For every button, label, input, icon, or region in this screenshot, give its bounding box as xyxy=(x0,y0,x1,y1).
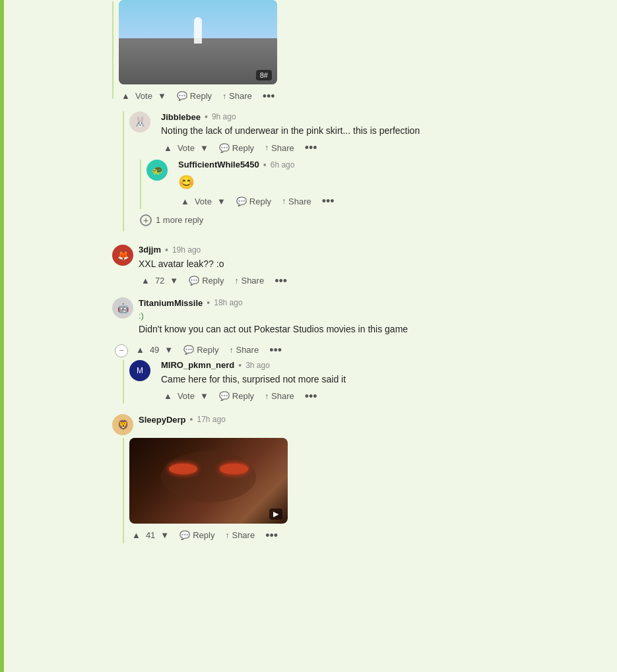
username-miro: MIRO_pkmn_nerd xyxy=(161,360,234,370)
more-replies-expand-icon: + xyxy=(140,214,152,226)
comment-text-jibblebee: Noting the lack of underwear in the pink… xyxy=(161,125,597,138)
upvote-sufficient[interactable]: ▲ xyxy=(178,195,192,208)
reply-sufficient[interactable]: 💬 Reply xyxy=(234,195,274,208)
vote-label: Vote xyxy=(135,91,152,101)
username-titanium: TitaniumMissile xyxy=(139,298,203,308)
timestamp-miro: 3h ago xyxy=(245,361,270,370)
downvote-titanium[interactable]: ▼ xyxy=(162,344,176,356)
timestamp-jibblebee: 9h ago xyxy=(212,112,236,121)
reply-miro[interactable]: 💬 Reply xyxy=(216,390,257,402)
avatar-titanium: 🤖 xyxy=(112,297,133,319)
reply-button[interactable]: 💬 Reply xyxy=(174,90,214,102)
share-titanium[interactable]: ↑ Share xyxy=(226,344,261,356)
timestamp-3djjm: 19h ago xyxy=(172,245,201,255)
upvote-jibblebee[interactable]: ▲ xyxy=(161,142,175,154)
timestamp-sleepyderp: 17h ago xyxy=(197,415,225,424)
vote-count-3djjm: 72 xyxy=(155,276,164,286)
more-sufficient[interactable]: ••• xyxy=(319,195,337,207)
share-button[interactable]: ↑ Share xyxy=(220,90,255,102)
avatar-3djjm: 🦊 xyxy=(112,245,133,266)
reply-jibblebee[interactable]: 💬 Reply xyxy=(216,142,257,154)
upvote-titanium[interactable]: ▲ xyxy=(133,344,147,356)
share-sleepyderp[interactable]: ↑ Share xyxy=(222,529,257,541)
upvote-miro[interactable]: ▲ xyxy=(161,390,175,402)
share-icon: ↑ xyxy=(222,92,226,101)
more-miro[interactable]: ••• xyxy=(302,390,320,402)
upvote-icon: ▲ xyxy=(121,91,130,101)
username-3djjm: 3djjm xyxy=(139,245,161,255)
more-jibblebee[interactable]: ••• xyxy=(302,142,320,154)
share-jibblebee[interactable]: ↑ Share xyxy=(262,142,297,154)
vote-label: Vote xyxy=(178,143,195,153)
status-emoji-titanium: :) xyxy=(139,311,597,321)
reply-icon: 💬 xyxy=(177,91,187,101)
reply-titanium[interactable]: 💬 Reply xyxy=(181,344,221,356)
more-replies-text: 1 more reply xyxy=(156,215,203,225)
image-badge: 8# xyxy=(256,70,272,80)
avatar-sleepyderp: 🦁 xyxy=(112,414,133,435)
share-3djjm[interactable]: ↑ Share xyxy=(232,274,267,287)
post-image-video: 8# xyxy=(119,0,277,84)
left-accent-bar xyxy=(0,0,4,557)
more-3djjm[interactable]: ••• xyxy=(272,275,290,287)
downvote-sleepyderp[interactable]: ▼ xyxy=(158,529,172,541)
username-sufficientwhile: SufficientWhile5450 xyxy=(178,160,259,169)
downvote-icon: ▼ xyxy=(158,91,166,101)
share-sufficient[interactable]: ↑ Share xyxy=(279,195,314,208)
more-replies-link[interactable]: + 1 more reply xyxy=(140,212,597,229)
timestamp-titanium: 18h ago xyxy=(214,298,242,307)
username-sleepyderp: SleepyDerp xyxy=(139,415,186,425)
share-miro[interactable]: ↑ Share xyxy=(262,390,297,402)
upvote-3djjm[interactable]: ▲ xyxy=(139,274,152,287)
vote-count-sleepyderp: 41 xyxy=(146,530,155,540)
comment-text-titanium: Didn't know you can act out Pokestar Stu… xyxy=(139,323,597,336)
comment-text-3djjm: XXL avatar leak?? :o xyxy=(139,258,597,271)
avatar-miro: M xyxy=(129,360,150,381)
downvote-sufficient[interactable]: ▼ xyxy=(214,195,228,208)
timestamp-sufficientwhile: 6h ago xyxy=(271,160,295,169)
comment-text-miro: Came here for this, surprised not more s… xyxy=(161,373,597,386)
avatar-sufficientwhile: 🐢 xyxy=(146,160,168,181)
more-sleepyderp[interactable]: ••• xyxy=(263,530,280,541)
titan-image: ▶ xyxy=(129,438,288,524)
vote-count-titanium: 49 xyxy=(150,345,159,355)
downvote-3djjm[interactable]: ▼ xyxy=(167,274,181,287)
downvote-jibblebee[interactable]: ▼ xyxy=(197,142,211,154)
username-jibblebee: Jibblebee xyxy=(161,112,201,122)
downvote-miro[interactable]: ▼ xyxy=(197,390,211,402)
avatar-jibblebee: 🐰 xyxy=(129,111,150,133)
upvote-sleepyderp[interactable]: ▲ xyxy=(129,529,143,541)
collapse-titanium-button[interactable]: − xyxy=(115,344,128,357)
reply-sleepyderp[interactable]: 💬 Reply xyxy=(177,529,217,541)
downvote-button[interactable]: ▼ xyxy=(155,90,169,102)
upvote-button[interactable]: ▲ xyxy=(119,90,133,102)
more-titanium[interactable]: ••• xyxy=(267,344,284,356)
reply-3djjm[interactable]: 💬 Reply xyxy=(186,274,226,287)
more-options-button[interactable]: ••• xyxy=(260,90,278,102)
titan-image-badge: ▶ xyxy=(269,508,282,520)
comment-text-sufficientwhile: 😊 xyxy=(178,173,597,191)
